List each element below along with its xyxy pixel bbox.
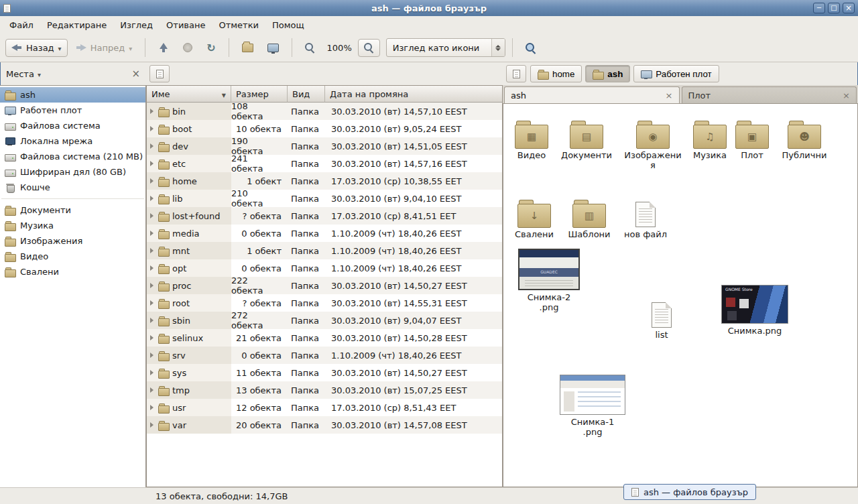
minimize-button[interactable]: [813, 3, 825, 13]
file-row[interactable]: boot 10 обекта Папка 30.03.2010 (вт) 9,0…: [147, 120, 502, 137]
tab[interactable]: ash: [504, 86, 680, 103]
zoom-out-button[interactable]: [299, 39, 321, 57]
expander-icon[interactable]: [150, 387, 155, 393]
menu-item[interactable]: Файл: [3, 16, 40, 34]
menu-item[interactable]: Отметки: [212, 16, 265, 34]
sidebar-title[interactable]: Места: [6, 69, 34, 79]
back-button[interactable]: Назад: [5, 39, 68, 57]
path-button[interactable]: home: [530, 65, 582, 82]
sidebar-item[interactable]: Видео: [0, 249, 145, 264]
expander-icon[interactable]: [150, 231, 155, 236]
column-header-name[interactable]: Име: [147, 86, 231, 103]
icon-item[interactable]: нов файл: [619, 192, 672, 240]
stop-button[interactable]: [177, 39, 198, 56]
expander-icon[interactable]: [150, 161, 155, 166]
expander-icon[interactable]: [150, 265, 155, 271]
expander-icon[interactable]: [150, 143, 155, 149]
file-row[interactable]: srv 0 обекта Папка 1.10.2009 (чт) 18,40,…: [147, 346, 502, 364]
file-row[interactable]: etc 241 обекта Папка 30.03.2010 (вт) 14,…: [147, 155, 502, 172]
spinner-arrows-icon[interactable]: [491, 39, 505, 56]
icon-item[interactable]: ▤ Документи: [560, 113, 613, 161]
forward-button[interactable]: Напред: [70, 39, 139, 57]
expander-icon[interactable]: [150, 196, 155, 201]
sidebar-dropdown-icon[interactable]: [38, 69, 41, 79]
up-button[interactable]: [152, 39, 175, 56]
file-row[interactable]: dev 190 обекта Папка 30.03.2010 (вт) 14,…: [147, 137, 502, 155]
computer-button[interactable]: [261, 40, 285, 56]
tab[interactable]: Плот: [682, 86, 857, 103]
expander-icon[interactable]: [150, 353, 155, 358]
expander-icon[interactable]: [150, 405, 155, 410]
expander-icon[interactable]: [150, 178, 155, 184]
file-row[interactable]: lost+found ? обекта Папка 17.03.2010 (ср…: [147, 207, 502, 225]
sidebar-item[interactable]: Кошче: [0, 180, 145, 195]
menu-item[interactable]: Редактиране: [40, 16, 113, 34]
icon-item[interactable]: GNOME Store Снимка.png: [718, 285, 792, 336]
expander-icon[interactable]: [150, 318, 155, 323]
icon-item[interactable]: ◉ Изображения: [624, 113, 682, 171]
file-row[interactable]: root ? обекта Папка 30.03.2010 (вт) 14,5…: [147, 294, 502, 312]
sidebar-item[interactable]: Работен плот: [0, 103, 145, 118]
icon-item[interactable]: list: [635, 293, 688, 340]
file-row[interactable]: mnt 1 обект Папка 1.10.2009 (чт) 18,40,2…: [147, 242, 502, 259]
reload-button[interactable]: [200, 38, 221, 58]
icon-item[interactable]: ▦ Видео: [505, 113, 558, 161]
file-row[interactable]: var 20 обекта Папка 30.03.2010 (вт) 14,5…: [147, 416, 502, 434]
home-folder-button[interactable]: [236, 40, 259, 56]
taskbar-window-button[interactable]: ash — файлов браузър: [623, 484, 756, 500]
sidebar-close-icon[interactable]: [131, 68, 140, 80]
column-header-date[interactable]: Дата на промяна: [325, 86, 502, 103]
file-row[interactable]: proc 222 обекта Папка 30.03.2010 (вт) 14…: [147, 277, 502, 294]
path-button[interactable]: ash: [585, 65, 630, 82]
expander-icon[interactable]: [150, 283, 155, 288]
file-row[interactable]: opt 0 обекта Папка 1.10.2009 (чт) 18,40,…: [147, 259, 502, 277]
icon-item[interactable]: ↓ Свалени: [507, 192, 561, 240]
file-row[interactable]: selinux 21 обекта Папка 30.03.2010 (вт) …: [147, 329, 502, 346]
back-dropdown-icon[interactable]: [58, 43, 62, 53]
tab-close-icon[interactable]: [666, 90, 673, 101]
file-row[interactable]: tmp 13 обекта Папка 30.03.2010 (вт) 15,0…: [147, 381, 502, 399]
menu-item[interactable]: Изглед: [113, 16, 160, 34]
view-mode-select[interactable]: Изглед като икони: [386, 38, 505, 57]
expander-icon[interactable]: [150, 370, 155, 375]
icon-item[interactable]: ▣ Плот: [729, 113, 776, 161]
sidebar-item[interactable]: Локална мрежа: [0, 133, 145, 149]
icon-item[interactable]: Снимка-1.png: [556, 375, 629, 438]
tab-close-icon[interactable]: [843, 90, 850, 101]
icon-view[interactable]: ▦ Видео ▤ Документи: [503, 104, 858, 487]
file-row[interactable]: media 0 обекта Папка 1.10.2009 (чт) 18,4…: [147, 225, 502, 242]
maximize-button[interactable]: [828, 3, 840, 13]
icon-item[interactable]: ▥ Шаблони: [562, 192, 616, 240]
expander-icon[interactable]: [150, 213, 155, 218]
expander-icon[interactable]: [150, 335, 155, 340]
file-row[interactable]: home 1 обект Папка 17.03.2010 (ср) 10,38…: [147, 172, 502, 190]
zoom-in-button[interactable]: [358, 39, 380, 57]
expander-icon[interactable]: [150, 109, 155, 114]
expander-icon[interactable]: [150, 248, 155, 253]
search-button[interactable]: [519, 39, 542, 57]
expander-icon[interactable]: [150, 126, 155, 131]
menu-item[interactable]: Отиване: [160, 16, 212, 34]
titlebar[interactable]: ash — файлов браузър: [0, 0, 858, 16]
file-row[interactable]: lib 210 обекта Папка 30.03.2010 (вт) 9,0…: [147, 190, 502, 207]
sidebar-item[interactable]: Файлова система (210 MB): [0, 149, 145, 164]
expander-icon[interactable]: [150, 422, 155, 428]
sidebar-item[interactable]: ash: [0, 87, 145, 103]
sidebar-item[interactable]: Документи: [0, 202, 145, 218]
location-toggle-button[interactable]: [149, 65, 170, 82]
file-row[interactable]: sys 11 обекта Папка 30.03.2010 (вт) 14,5…: [147, 364, 502, 381]
sidebar-item[interactable]: Изображения: [0, 233, 145, 249]
sidebar-item[interactable]: Музика: [0, 218, 145, 233]
column-header-size[interactable]: Размер: [231, 86, 288, 103]
file-row[interactable]: sbin 272 обекта Папка 30.03.2010 (вт) 9,…: [147, 312, 502, 329]
sidebar-item[interactable]: Шифриран дял (80 GB): [0, 164, 145, 180]
sidebar-item[interactable]: Свалени: [0, 264, 145, 279]
file-row[interactable]: usr 12 обекта Папка 17.03.2010 (ср) 8,51…: [147, 399, 502, 416]
file-row[interactable]: bin 108 обекта Папка 30.03.2010 (вт) 14,…: [147, 103, 502, 120]
icon-item[interactable]: GUADEC Снимка-2.png: [514, 249, 584, 313]
icon-item[interactable]: ☻ Публични: [776, 113, 833, 161]
path-button[interactable]: Работен плот: [633, 65, 719, 82]
expander-icon[interactable]: [150, 300, 155, 306]
location-toggle-button[interactable]: [506, 65, 526, 82]
menu-item[interactable]: Помощ: [265, 16, 311, 34]
